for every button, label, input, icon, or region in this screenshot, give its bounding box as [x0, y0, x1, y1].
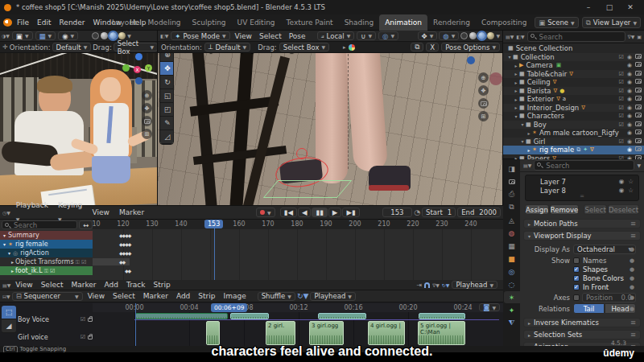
dopesheet-search[interactable]	[2, 220, 77, 229]
row-toggles[interactable]: ☑◉	[619, 96, 642, 102]
outliner-display-mode-icon[interactable]: ▤▼	[506, 34, 514, 39]
outliner-search-input[interactable]	[527, 31, 625, 42]
row-toggles[interactable]: ☑◉	[619, 138, 642, 145]
sidebar-toggle-icon[interactable]: ▸	[343, 44, 346, 51]
menu-strip[interactable]: Strip	[151, 280, 174, 290]
menu-track[interactable]: Track	[123, 280, 149, 290]
shading-dropdown-icon[interactable]: ▼	[496, 33, 500, 39]
orientation-dropdown[interactable]: ⟂Default▼	[204, 43, 250, 51]
animate-dot[interactable]: ●	[630, 257, 634, 264]
sequencer-playhead-line[interactable]	[135, 303, 136, 346]
menu-marker[interactable]: Marker	[140, 290, 171, 302]
outliner-row-barista[interactable]: ▸ ▦ Barista ∇ ● ☑◉	[503, 87, 644, 96]
row-toggles[interactable]: ☑◉	[619, 71, 642, 77]
snapping-magnet-icon[interactable]: ∪▼	[357, 31, 376, 40]
outliner-filter-obj-icon[interactable]: ◧▼	[516, 34, 524, 39]
tab-view-layer-icon[interactable]: ⧉	[504, 201, 520, 213]
wireframe-shading-icon[interactable]	[460, 32, 468, 39]
editor-type-icon[interactable]: ⊟▼	[2, 294, 10, 299]
overwrite-icon[interactable]: ↻▼	[297, 292, 308, 300]
preview-overlay-icon[interactable]: ◙▼	[479, 303, 500, 311]
relations-tail-button[interactable]: Tail	[573, 303, 605, 314]
maximize-button[interactable]: □	[599, 1, 620, 14]
tab-render-icon[interactable]	[504, 175, 520, 187]
select-button[interactable]: Select	[584, 204, 607, 215]
drag-dropdown[interactable]: Select Box▼	[279, 43, 329, 51]
mute-checkbox-icon[interactable]: ☑	[80, 334, 85, 340]
ortho-toggle-icon[interactable]: ⊞	[478, 111, 489, 121]
animate-dot[interactable]: ●	[630, 246, 634, 253]
menu-select[interactable]: Select	[257, 31, 284, 42]
names-checkbox[interactable]	[573, 257, 580, 264]
animate-dot[interactable]: ●	[630, 306, 634, 312]
camera-view-icon[interactable]	[142, 116, 152, 126]
girl-voice-strip[interactable]: 5 girl.ogg | C:\Man	[418, 321, 465, 345]
list-item[interactable]: Layer 7 ◉☆	[526, 177, 638, 186]
pose-mode-dropdown[interactable]: ✦Pose Mode▼	[171, 31, 229, 40]
disclosure-triangle-icon[interactable]: ▸	[513, 97, 519, 102]
menu-view[interactable]: View	[89, 206, 114, 220]
track-girl-voice[interactable]: Girl voice ☑	[18, 331, 93, 343]
playhead-snap-dropdown[interactable]: Playhead▼	[310, 292, 356, 301]
lock-icon[interactable]	[88, 318, 93, 322]
solo-star-icon[interactable]: ☆	[628, 187, 634, 194]
tab-rendering[interactable]: Rendering	[427, 14, 476, 31]
zoom-tool-icon[interactable]: ⊕	[142, 90, 152, 101]
mirror-x-toggle[interactable]: X	[426, 43, 439, 51]
rotate-tool[interactable]: ↻	[160, 76, 174, 89]
editor-type-icon[interactable]: ◑▼	[2, 33, 10, 39]
tab-animation[interactable]: Animation	[379, 14, 427, 31]
axis-y2-icon[interactable]: Y	[145, 64, 152, 72]
axes-checkbox[interactable]	[573, 294, 580, 301]
tab-modeling[interactable]: Modeling	[142, 14, 187, 31]
outliner-row-tablechair[interactable]: ▸ ▦ Table&chair ∇ ☑◉	[503, 70, 644, 79]
tab-layout[interactable]: Layout	[106, 14, 142, 31]
next-keyframe-button[interactable]: ▶	[328, 208, 342, 217]
row-toggles[interactable]: ☑◉	[619, 113, 642, 119]
disclosure-triangle-icon[interactable]: ▸	[513, 71, 519, 76]
viewport-right-scene[interactable]: User Perspective (153) rig female | rig.…	[158, 31, 503, 205]
current-frame-chip[interactable]: 153	[204, 220, 223, 228]
row-toggles[interactable]: ☑◉	[619, 88, 642, 94]
row-toggles[interactable]: ◉	[627, 62, 642, 68]
solid-shading-icon[interactable]	[469, 32, 477, 39]
outliner-search[interactable]	[527, 31, 625, 42]
disclosure-triangle-icon[interactable]: ▸	[513, 63, 519, 68]
lock-icon[interactable]	[88, 335, 93, 339]
foot-ik-box-control[interactable]	[263, 180, 352, 198]
solid-shading-icon[interactable]	[101, 32, 108, 39]
motion-paths-panel[interactable]: ▸ Motion Paths ≡	[523, 219, 641, 228]
menu-pose[interactable]: Pose	[287, 31, 308, 42]
stopwatch-icon[interactable]: ◔	[414, 208, 420, 216]
outliner-row-camera[interactable]: ▸ ▶ Camera ▣ ◉	[503, 61, 644, 70]
overlap-mode-dropdown[interactable]: Shuffle▼	[258, 292, 295, 301]
viewport-left[interactable]: X Y ⊕ ✥ ⊞ ◑▼ ▣▼ ▦▼ ◉▼ ▼	[0, 31, 158, 205]
menu-marker[interactable]: Marker	[115, 206, 148, 220]
pivot-icon[interactable]: ◉▼	[58, 31, 78, 40]
boy-voice-strip[interactable]	[419, 313, 465, 319]
magnet-icon[interactable]	[424, 282, 430, 288]
menu-file[interactable]: File	[13, 14, 33, 31]
scale-tool[interactable]: ◱	[160, 89, 174, 103]
row-toggles[interactable]: ◉	[627, 146, 642, 153]
timeline-ruler[interactable]: 110 120 130 140 150 160 170 180 190 200 …	[93, 220, 503, 229]
animate-dot[interactable]: ●	[630, 294, 634, 301]
filter-toggle-icon[interactable]: ↔	[79, 220, 93, 229]
menu-edit[interactable]: Edit	[33, 14, 55, 31]
view-layer-selector[interactable]: ⧉View Layer▼	[582, 17, 641, 28]
editor-type-icon[interactable]: ◷▼	[2, 210, 10, 216]
girl-voice-strip[interactable]	[206, 321, 220, 345]
outliner-row-characters[interactable]: ▾ ▦ Characters ☑◉	[503, 112, 644, 121]
eye-icon[interactable]: ◉	[619, 187, 625, 194]
tab-physics-icon[interactable]: ◌	[504, 278, 520, 290]
zoom-tool-icon[interactable]: ⊕	[478, 72, 489, 83]
properties-breadcrumb-icon[interactable]: ▤▼	[523, 162, 531, 168]
frame-start-field[interactable]: Start1	[422, 208, 456, 217]
viewport-display-panel[interactable]: ▾ Viewport Display ≡	[523, 231, 641, 241]
sequencer-display-mode[interactable]: ⊟ Sequencer▼	[12, 292, 83, 301]
disclosure-triangle-icon[interactable]: ▸	[526, 147, 532, 153]
tab-uv-editing[interactable]: UV Editing	[232, 14, 281, 31]
axis-y-icon[interactable]	[122, 64, 130, 72]
properties-search[interactable]	[534, 160, 634, 171]
material-shading-icon[interactable]	[478, 32, 485, 39]
